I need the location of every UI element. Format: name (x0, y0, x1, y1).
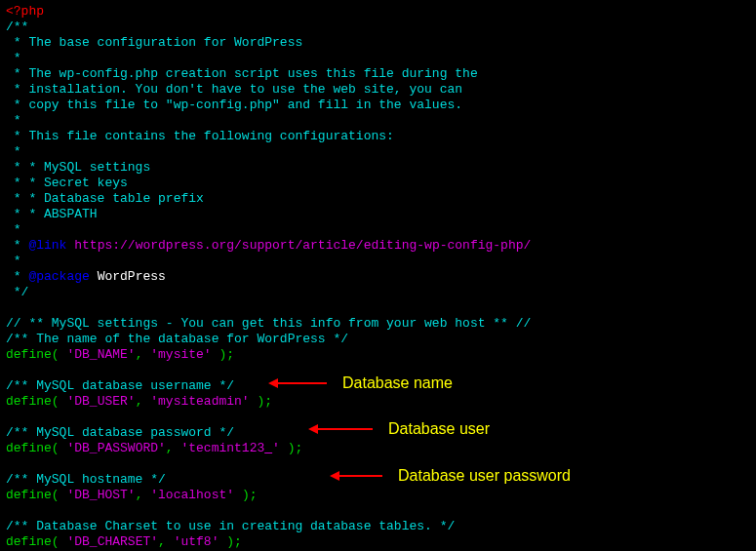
comment-block-close: */ (6, 285, 750, 300)
php-open-tag: <?php (6, 4, 750, 20)
define-db-password: define( 'DB_PASSWORD', 'tecmint123_' ); (6, 441, 750, 456)
define-db-host: define( 'DB_HOST', 'localhost' ); (6, 488, 750, 503)
comment-link: * @link https://wordpress.org/support/ar… (6, 238, 750, 254)
comment-db-password: /** MySQL database password */ (6, 425, 750, 441)
cursor: _ (264, 441, 272, 455)
comment-line: * (6, 254, 750, 269)
define-db-charset: define( 'DB_CHARSET', 'utf8' ); (6, 534, 750, 550)
blank-line (6, 503, 750, 519)
comment-package: * @package WordPress (6, 269, 750, 285)
comment-line: * (6, 51, 750, 66)
comment-db-host: /** MySQL hostname */ (6, 472, 750, 488)
comment-mysql-header: // ** MySQL settings - You can get this … (6, 316, 750, 332)
define-db-user: define( 'DB_USER', 'mysiteadmin' ); (6, 394, 750, 410)
comment-line: * (6, 113, 750, 129)
define-db-name: define( 'DB_NAME', 'mysite' ); (6, 347, 750, 363)
comment-line: * (6, 222, 750, 238)
comment-db-user: /** MySQL database username */ (6, 378, 750, 394)
comment-line: * The base configuration for WordPress (6, 35, 750, 51)
comment-line: * * Secret keys (6, 176, 750, 191)
comment-line: * installation. You don't have to use th… (6, 82, 750, 98)
blank-line (6, 410, 750, 425)
comment-line: * copy this file to "wp-config.php" and … (6, 98, 750, 113)
comment-db-name: /** The name of the database for WordPre… (6, 332, 750, 347)
comment-line: * The wp-config.php creation script uses… (6, 66, 750, 82)
blank-line (6, 456, 750, 472)
comment-line: * This file contains the following confi… (6, 129, 750, 144)
comment-db-charset: /** Database Charset to use in creating … (6, 519, 750, 534)
comment-line: * * ABSPATH (6, 207, 750, 222)
comment-line: * (6, 144, 750, 160)
blank-line (6, 363, 750, 378)
comment-line: * * Database table prefix (6, 191, 750, 207)
comment-block-open: /** (6, 20, 750, 35)
blank-line (6, 300, 750, 316)
comment-line: * * MySQL settings (6, 160, 750, 176)
